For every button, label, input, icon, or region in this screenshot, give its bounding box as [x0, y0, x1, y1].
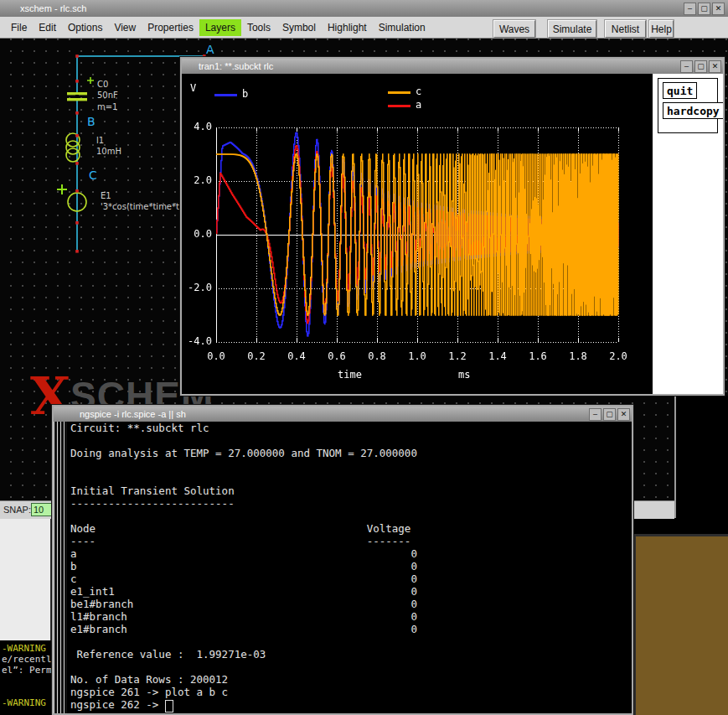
menu-simulation[interactable]: Simulation: [373, 19, 431, 36]
warning-line: e/recently: [2, 654, 52, 665]
x-axis-unit-label: ms: [458, 369, 470, 381]
netlist-button[interactable]: Netlist: [605, 20, 646, 38]
plot-window: tran1: **.subckt rlc – ▢ ✕ V bca 0.00.20…: [180, 57, 725, 396]
x-tick-label: 0.4: [281, 350, 312, 362]
terminal-window: ngspice -i rlc.spice -a || sh – ▢ ✕ Circ…: [52, 405, 633, 715]
maximize-icon[interactable]: ▢: [694, 60, 707, 73]
y-tick-label: 0.0: [183, 228, 212, 240]
simulate-button[interactable]: Simulate: [548, 20, 596, 38]
plot-window-title: tran1: **.subckt rlc: [199, 61, 273, 71]
net-label-c: C: [89, 168, 97, 182]
x-tick-label: 0.6: [322, 350, 352, 362]
close-icon[interactable]: ✕: [617, 408, 630, 421]
warning-line: -WARNING: [2, 643, 46, 654]
desktop: xschem - rlc.sch – ▢ ✕ FileEditOptionsVi…: [0, 0, 728, 715]
xschem-right-border: [674, 396, 676, 518]
legend-label-a: a: [416, 99, 421, 111]
menu-options[interactable]: Options: [62, 19, 108, 36]
x-axis-label: time: [338, 369, 362, 381]
menu-edit[interactable]: Edit: [33, 19, 62, 36]
background-brown-window: [633, 534, 728, 715]
capacitor-ref-label: C0: [97, 80, 108, 89]
warning-line: el”: Perm: [2, 665, 52, 676]
y-tick-label: -4.0: [183, 335, 212, 347]
maximize-icon[interactable]: ▢: [698, 3, 710, 15]
net-label-b: B: [87, 115, 96, 128]
minimize-icon[interactable]: –: [589, 408, 602, 421]
xschem-window-title: xschem - rlc.sch: [20, 3, 86, 13]
menu-layers[interactable]: Layers: [199, 19, 241, 36]
menu-highlight[interactable]: Highlight: [322, 19, 373, 36]
quit-button[interactable]: quit: [663, 82, 697, 99]
close-icon[interactable]: ✕: [709, 60, 721, 73]
y-tick-label: 4.0: [183, 121, 212, 132]
x-tick-label: 1.8: [563, 350, 593, 362]
maximize-icon[interactable]: ▢: [603, 408, 616, 421]
waves-button[interactable]: Waves: [493, 20, 535, 38]
plot-side-panel: quit hardcopy: [653, 74, 723, 394]
minimize-icon[interactable]: –: [684, 3, 696, 15]
waveform-canvas: [182, 74, 654, 394]
background-window-fragment: [0, 519, 52, 642]
menu-properties[interactable]: Properties: [142, 19, 199, 36]
net-label-a: A: [206, 43, 214, 56]
x-tick-label: 0.2: [241, 350, 271, 362]
legend-label-b: b: [242, 88, 248, 100]
legend-swatch-c: [388, 91, 410, 94]
x-tick-label: 0.8: [362, 350, 392, 362]
x-tick-label: 2.0: [603, 350, 633, 362]
inductor-value-label: 10mH: [96, 147, 121, 156]
plot-area: V bca 0.00.20.40.60.81.01.21.41.61.82.04…: [182, 74, 723, 394]
legend-label-c: c: [416, 85, 421, 97]
hardcopy-button[interactable]: hardcopy: [663, 102, 723, 119]
help-button[interactable]: Help: [649, 20, 674, 38]
terminal-content[interactable]: Circuit: **.subckt rlc Doing analysis at…: [54, 422, 632, 713]
terminal-cursor: [165, 700, 173, 712]
xschem-titlebar[interactable]: xschem - rlc.sch – ▢ ✕: [0, 0, 728, 17]
x-tick-label: 1.2: [442, 350, 472, 362]
x-tick-label: 1.0: [402, 350, 432, 362]
background-terminal: -WARNINGe/recentlyel”: Perm-WARNING: [0, 640, 52, 715]
plot-titlebar[interactable]: tran1: **.subckt rlc – ▢ ✕: [182, 59, 723, 74]
terminal-titlebar[interactable]: ngspice -i rlc.spice -a || sh – ▢ ✕: [54, 407, 632, 422]
desktop-black-area: [674, 396, 728, 534]
x-tick-label: 1.6: [523, 350, 553, 362]
capacitor-mult-label: m=1: [97, 102, 117, 111]
terminal-scrollbar[interactable]: [54, 422, 67, 713]
menu-view[interactable]: View: [108, 19, 142, 36]
menu-symbol[interactable]: Symbol: [276, 19, 322, 36]
legend-swatch-a: [388, 105, 410, 107]
capacitor-value-label: 50nF: [97, 91, 118, 100]
source-ref-label: E1: [101, 191, 111, 200]
warning-line: -WARNING: [2, 697, 46, 708]
plot-button-box: quit hardcopy: [658, 78, 718, 133]
legend-swatch-b: [214, 94, 237, 96]
menu-tools[interactable]: Tools: [241, 19, 276, 36]
terminal-text: Circuit: **.subckt rlc Doing analysis at…: [70, 422, 417, 711]
close-icon[interactable]: ✕: [712, 3, 725, 15]
x-tick-label: 1.4: [483, 350, 513, 362]
y-axis-unit-label: V: [190, 82, 196, 94]
minimize-icon[interactable]: –: [680, 60, 693, 73]
inductor-ref-label: l1: [96, 136, 104, 145]
menu-file[interactable]: File: [5, 19, 33, 36]
snap-label: SNAP:: [3, 505, 31, 515]
x-tick-label: 0.0: [201, 350, 231, 362]
terminal-window-title: ngspice -i rlc.spice -a || sh: [80, 409, 186, 419]
y-tick-label: 2.0: [183, 174, 212, 186]
capacitor-symbol: [67, 92, 87, 95]
y-tick-label: -2.0: [183, 282, 212, 293]
